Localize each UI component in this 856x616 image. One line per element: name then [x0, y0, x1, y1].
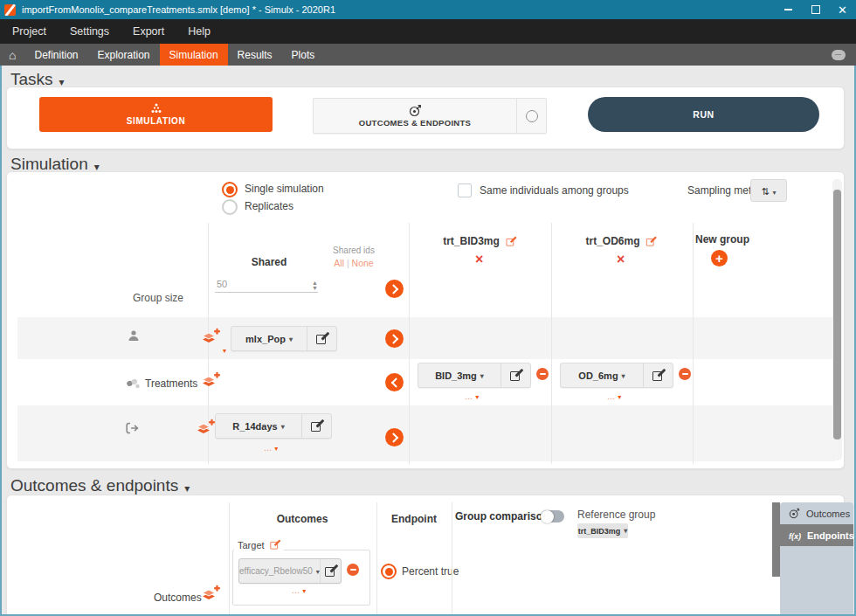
sampling-method-dropdown[interactable] [750, 179, 787, 202]
parameters-select[interactable]: mlx_Pop [231, 326, 337, 351]
simulation-scrollbar-thumb[interactable] [833, 190, 841, 440]
treatment-group1-select[interactable]: BID_3mg [418, 363, 531, 388]
group-size-stepper[interactable]: ▲▼ [312, 280, 318, 292]
chevron-down-icon [94, 156, 100, 173]
more-treatments-group1-link[interactable]: ... [465, 391, 479, 401]
group1-header: trt_BID3mg [443, 235, 516, 247]
tab-results[interactable]: Results [228, 44, 282, 66]
target-icon [789, 508, 800, 519]
treatment-group1-edit-button[interactable] [501, 363, 530, 387]
maximize-button[interactable] [802, 0, 829, 19]
target-outcome-select[interactable]: efficacy_Rbelow50 [238, 558, 342, 584]
side-tab-endpoints[interactable]: Endpoints [780, 524, 853, 546]
window-title: importFromMonolix_compareTreatments.smlx… [22, 4, 335, 15]
parameters-edit-button[interactable] [307, 327, 336, 350]
add-outcomes-layers-icon[interactable] [201, 585, 220, 606]
shared-ids-all-link[interactable]: All [334, 258, 344, 268]
simulation-task-button[interactable]: SIMULATION [39, 97, 273, 132]
delete-group1-icon[interactable] [475, 253, 483, 266]
group-size-value: 50 [215, 279, 312, 292]
treatment-group2-select[interactable]: OD_6mg [560, 363, 673, 388]
single-simulation-label[interactable]: Single simulation [245, 183, 324, 195]
side-panel-handle [772, 502, 780, 577]
tab-plots[interactable]: Plots [282, 44, 325, 66]
simulation-section-header[interactable]: Simulation [10, 155, 100, 174]
treatment-group2-value[interactable]: OD_6mg [561, 363, 644, 387]
tasks-card: SIMULATION OUTCOMES & ENDPOINTS RUN [6, 87, 845, 149]
treatment-group1-value[interactable]: BID_3mg [418, 363, 501, 387]
remove-treatment-group2-button[interactable] [679, 368, 691, 380]
unshare-treatments-button[interactable] [385, 373, 404, 391]
target-outcome-value[interactable]: efficacy_Rbelow50 [239, 559, 321, 583]
chevron-right-icon [388, 284, 397, 294]
single-simulation-radio[interactable] [222, 182, 238, 197]
parameters-select-value[interactable]: mlx_Pop [231, 327, 307, 350]
shared-ids-none-link[interactable]: None [352, 258, 374, 268]
home-icon[interactable] [9, 47, 16, 63]
run-label: RUN [693, 109, 714, 120]
app-window: importFromMonolix_compareTreatments.smlx… [0, 0, 856, 616]
menu-bar: Project Settings Export Help [0, 19, 856, 44]
outputs-select[interactable]: R_14days [215, 413, 332, 439]
add-outputs-layers-icon[interactable] [196, 419, 215, 440]
tasks-section-header[interactable]: Tasks [10, 70, 65, 89]
chevron-right-icon [388, 334, 397, 343]
treatment1-text: BID_3mg [435, 370, 477, 381]
add-group-button[interactable]: + [711, 250, 728, 266]
outcomes-endpoints-task-button[interactable]: OUTCOMES & ENDPOINTS [313, 98, 547, 134]
rename-group-icon[interactable] [506, 237, 514, 246]
menu-export[interactable]: Export [133, 25, 164, 38]
outcomes-section-header[interactable]: Outcomes & endpoints [10, 476, 190, 495]
treatment-group2-edit-button[interactable] [644, 363, 673, 387]
share-outputs-button[interactable] [385, 428, 404, 446]
run-button[interactable]: RUN [588, 97, 819, 132]
parameters-options-caret[interactable] [223, 341, 226, 356]
delete-group2-icon[interactable] [617, 253, 625, 266]
more-outputs-link[interactable]: ... [264, 442, 278, 453]
target-edit-button[interactable] [321, 559, 341, 583]
replicates-label[interactable]: Replicates [245, 200, 293, 212]
tab-exploration[interactable]: Exploration [88, 44, 160, 66]
tab-definition[interactable]: Definition [24, 44, 87, 66]
menu-help[interactable]: Help [188, 25, 211, 38]
simulation-scrollbar-track[interactable] [832, 179, 842, 460]
parameters-row [17, 317, 835, 359]
feedback-chat-icon[interactable] [832, 50, 846, 60]
same-individuals-checkbox[interactable] [458, 183, 472, 197]
outputs-edit-button[interactable] [302, 414, 331, 438]
shared-column-header: Shared [252, 256, 287, 268]
minimize-button[interactable] [775, 0, 802, 19]
edit-target-icon[interactable] [270, 540, 279, 549]
add-treatments-layers-icon[interactable] [201, 371, 220, 392]
rename-group-icon[interactable] [646, 237, 655, 246]
replicates-radio[interactable] [222, 199, 238, 215]
remove-treatment-group1-button[interactable] [536, 368, 549, 380]
menu-project[interactable]: Project [12, 25, 46, 38]
same-individuals-label[interactable]: Same individuals among groups [480, 184, 629, 197]
share-parameters-button[interactable] [385, 329, 404, 348]
group-comparison-toggle[interactable] [541, 510, 564, 523]
reference-group-select[interactable]: trt_BID3mg [577, 523, 628, 538]
endpoint-column-header: Endpoint [391, 513, 437, 525]
outcomes-endpoints-main[interactable]: OUTCOMES & ENDPOINTS [314, 99, 517, 133]
outcomes-endpoints-label: OUTCOMES & ENDPOINTS [359, 118, 471, 128]
output-arrow-icon [126, 422, 140, 438]
outputs-select-value[interactable]: R_14days [216, 414, 302, 438]
more-outcomes-link[interactable]: ... [292, 585, 306, 595]
tab-simulation[interactable]: Simulation [160, 44, 228, 66]
group-size-input[interactable]: 50 ▲▼ [215, 279, 318, 293]
menu-settings[interactable]: Settings [70, 25, 109, 38]
simulation-card: Single simulation Replicates Same indivi… [6, 171, 845, 469]
percent-true-label[interactable]: Percent true [402, 565, 459, 578]
side-tab-outcomes[interactable]: Outcomes [780, 502, 853, 524]
target-label: Target [238, 540, 265, 550]
outcomes-endpoints-status[interactable] [517, 99, 546, 133]
chevron-down-icon [480, 370, 484, 380]
share-group-size-button[interactable] [385, 280, 404, 298]
edit-icon [316, 333, 328, 344]
add-parameters-layers-icon[interactable] [201, 328, 220, 349]
percent-true-radio[interactable] [381, 564, 397, 579]
close-button[interactable]: ✕ [829, 0, 856, 19]
more-treatments-group2-link[interactable]: ... [607, 391, 621, 401]
remove-target-button[interactable] [347, 564, 359, 576]
